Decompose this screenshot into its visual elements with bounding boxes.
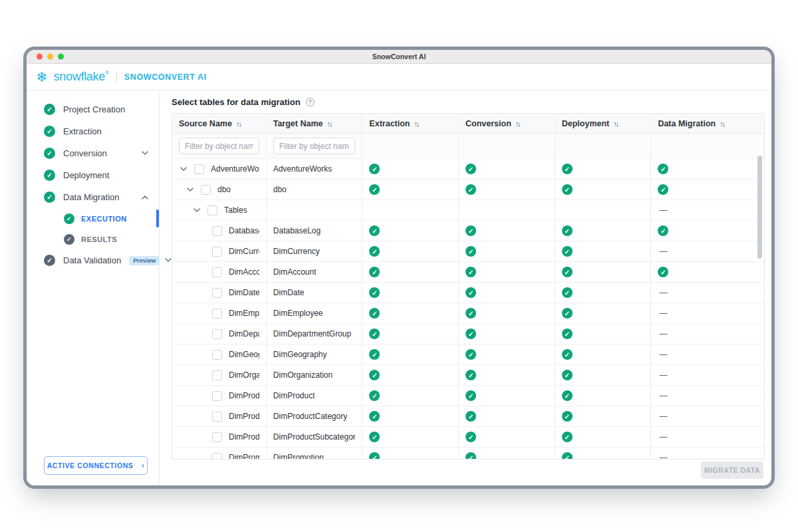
sidebar-item-deployment[interactable]: ✓Deployment [27,164,159,186]
row-checkbox[interactable] [212,391,222,401]
minimize-window-button[interactable] [47,54,53,60]
target-filter-input[interactable] [273,138,356,154]
row-expander[interactable] [187,188,195,192]
status-dash-icon: — [658,370,668,380]
status-cell: — [651,365,764,385]
close-window-button[interactable] [37,54,43,60]
status-check-icon: ✓ [562,287,573,298]
sidebar-item-project-creation[interactable]: ✓Project Creation [27,98,159,120]
status-check-icon: ✓ [562,370,573,380]
row-checkbox[interactable] [212,288,222,298]
row-checkbox[interactable] [212,226,222,236]
row-expander[interactable] [180,167,188,172]
source-name-label: DimAccount [229,267,259,277]
status-cell: ✓ [362,365,459,385]
row-expander[interactable] [194,208,201,213]
sort-icon[interactable]: ↑↓ [613,120,618,128]
source-filter-input[interactable] [179,138,259,154]
source-name-label: DimDepart... [229,329,259,338]
chevron-down-icon[interactable] [142,151,148,156]
source-name-cell: dbo [172,180,267,200]
column-header-target-name[interactable]: Target Name↑↓ [267,114,363,133]
row-checkbox[interactable] [212,309,222,319]
column-header-source-name[interactable]: Source Name↑↓ [172,114,267,133]
sidebar-item-extraction[interactable]: ✓Extraction [27,120,159,142]
status-check-icon: ✓ [369,184,380,195]
sidebar-item-data-validation[interactable]: ✓Data ValidationPreview [27,249,159,271]
status-dash-icon: — [658,329,668,338]
status-cell: ✓ [555,283,652,303]
status-dash-icon: — [658,205,668,215]
sidebar-subitem-execution[interactable]: ✓EXECUTION [27,208,159,229]
source-name-cell: AdventureWorks [172,159,267,179]
status-cell: — [651,303,764,323]
filter-cell [651,134,764,158]
row-checkbox[interactable] [212,267,222,277]
chevron-down-icon[interactable] [194,208,200,213]
page-title-row: Select tables for data migration ? [172,96,771,108]
table-row: DimAccountDimAccount✓✓✓✓ [172,262,764,283]
sidebar-item-data-migration[interactable]: ✓Data Migration [27,186,159,208]
status-check-icon: ✓ [466,349,476,360]
column-header-data-migration[interactable]: Data Migration↑↓ [651,114,764,133]
status-cell: ✓ [362,180,459,200]
row-checkbox[interactable] [212,350,222,360]
zoom-window-button[interactable] [58,54,64,60]
chevron-down-icon[interactable] [180,167,187,172]
sort-icon[interactable]: ↑↓ [515,120,520,128]
snowflake-wordmark: snowflake® [54,70,109,84]
table-scrollbar-thumb[interactable] [757,156,762,259]
status-check-icon: ✓ [369,411,380,422]
step-check-icon: ✓ [44,148,55,159]
active-connections-button[interactable]: ACTIVE CONNECTIONS › [44,456,148,475]
column-header-deployment[interactable]: Deployment↑↓ [555,114,652,133]
status-cell: ✓ [459,406,555,426]
row-checkbox[interactable] [201,185,211,195]
step-check-icon: ✓ [44,255,55,266]
sort-icon[interactable]: ↑↓ [414,120,419,128]
status-check-icon: ✓ [658,184,668,195]
status-check-icon: ✓ [562,329,573,339]
table-row: DimProductDimProduct✓✓✓— [172,386,764,406]
status-cell [362,200,459,220]
column-header-extraction[interactable]: Extraction↑↓ [362,114,459,133]
sort-icon[interactable]: ↑↓ [327,120,331,128]
chevron-up-icon[interactable] [142,195,148,200]
column-header-conversion[interactable]: Conversion↑↓ [459,114,555,133]
column-header-label: Source Name [179,119,232,128]
row-checkbox[interactable] [212,453,222,460]
sort-icon[interactable]: ↑↓ [236,120,241,128]
status-cell: — [651,344,764,364]
sidebar-item-label: Extraction [63,126,102,136]
status-cell: — [651,386,764,406]
row-checkbox[interactable] [212,370,222,380]
sidebar-item-conversion[interactable]: ✓Conversion [27,142,159,164]
target-name-label: DimProduct [273,391,315,400]
status-cell: ✓ [555,303,652,323]
table-filter-row [172,134,764,159]
row-checkbox[interactable] [194,164,204,174]
status-cell: ✓ [362,221,459,241]
row-checkbox[interactable] [212,432,222,442]
status-cell [555,200,652,220]
status-check-icon: ✓ [466,329,476,339]
status-check-icon: ✓ [562,225,573,236]
sort-icon[interactable]: ↑↓ [720,120,724,128]
source-name-cell: DimPromot... [172,448,267,460]
status-cell: ✓ [555,448,652,460]
table-body: AdventureWorksAdventureWorks✓✓✓✓dbodbo✓✓… [172,159,764,460]
sidebar-subitem-results[interactable]: ✓RESULTS [27,229,159,249]
status-cell: ✓ [651,221,764,241]
status-check-icon: ✓ [562,184,573,195]
row-checkbox[interactable] [212,412,222,422]
filter-cell [555,134,652,158]
status-cell: ✓ [362,344,459,364]
status-cell: ✓ [362,159,459,179]
table-row: DimDepart...DimDepartmentGroup✓✓✓— [172,324,764,344]
migrate-data-button[interactable]: MIGRATE DATA [701,462,763,479]
row-checkbox[interactable] [207,205,217,215]
help-icon[interactable]: ? [306,98,315,106]
chevron-down-icon[interactable] [187,188,194,192]
row-checkbox[interactable] [212,329,222,339]
row-checkbox[interactable] [212,247,222,257]
